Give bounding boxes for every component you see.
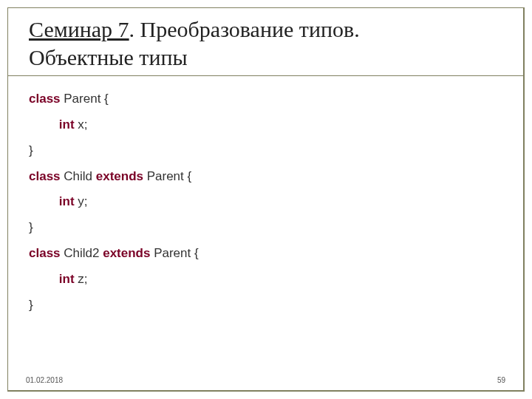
- code-text-7b: Parent {: [150, 246, 198, 260]
- code-line-7: class Child2 extends Parent {: [29, 241, 502, 267]
- footer: 01.02.2018 59: [8, 376, 523, 384]
- code-line-8: int z;: [29, 267, 502, 293]
- kw-class-2: class: [29, 169, 61, 183]
- code-line-4: class Child extends Parent {: [29, 164, 502, 190]
- code-line-3: }: [29, 138, 502, 164]
- kw-extends-1: extends: [96, 169, 143, 183]
- kw-int-1: int: [59, 117, 75, 132]
- code-text-7a: Child2: [61, 246, 103, 260]
- title-block: Семинар 7. Преобразование типов. Объектн…: [8, 8, 523, 76]
- footer-date: 01.02.2018: [26, 376, 63, 384]
- code-text-8: z;: [75, 272, 88, 286]
- kw-class-3: class: [29, 246, 61, 260]
- code-text-4a: Child: [61, 169, 96, 183]
- code-block: class Parent { int x; } class Child exte…: [8, 76, 523, 318]
- code-text-1: Parent {: [61, 92, 109, 106]
- code-line-1: class Parent {: [29, 86, 502, 112]
- kw-class-1: class: [29, 92, 61, 106]
- title-rest-line1: . Преобразование типов.: [129, 17, 360, 41]
- title-line-2: Объектные типы: [29, 44, 502, 72]
- code-text-4b: Parent {: [143, 169, 191, 183]
- title-underlined: Семинар 7: [29, 17, 129, 41]
- slide-frame: Семинар 7. Преобразование типов. Объектн…: [7, 7, 525, 392]
- title-line-1: Семинар 7. Преобразование типов.: [29, 16, 502, 44]
- footer-page-number: 59: [497, 376, 505, 384]
- code-line-6: }: [29, 215, 502, 241]
- code-line-5: int y;: [29, 189, 502, 215]
- code-text-2: x;: [75, 117, 88, 132]
- kw-extends-2: extends: [103, 246, 150, 260]
- kw-int-2: int: [59, 194, 75, 208]
- code-line-9: }: [29, 293, 502, 318]
- kw-int-3: int: [59, 272, 75, 286]
- code-text-5: y;: [75, 194, 88, 208]
- code-line-2: int x;: [29, 112, 502, 138]
